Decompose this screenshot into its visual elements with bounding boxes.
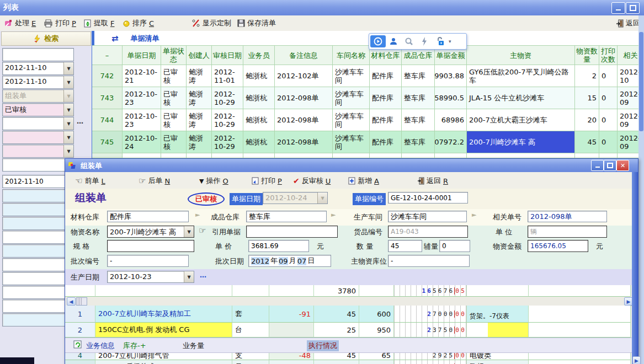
cell-creator[interactable]: 鲍浙涛 [187, 65, 212, 87]
col-header[interactable]: 业务员 [243, 45, 275, 65]
action-button[interactable]: ▼操作O [199, 176, 228, 186]
cell-workshop[interactable]: 沙滩车车间 [333, 109, 370, 131]
cell-date[interactable]: 2012-10-21 [123, 65, 161, 87]
col-header[interactable]: 创建人 [187, 45, 212, 65]
cell-prints[interactable]: 0 [599, 65, 618, 87]
col-header[interactable]: 打印次数 [599, 45, 618, 65]
cell-amount[interactable]: 107972.2 [435, 131, 467, 153]
cell-item-name[interactable]: 910mm后桥总成（110） [95, 360, 232, 364]
chevron-down-icon[interactable]: ▼ [184, 226, 194, 237]
cell-amount[interactable]: 68986 [435, 109, 467, 131]
cell-stock[interactable]: -91 [269, 306, 314, 323]
cell-line-no[interactable]: 2 [65, 323, 95, 338]
dialog-close-button[interactable]: ✕ [616, 160, 629, 171]
date-from-combobox[interactable]: 2012-11-10▼ [2, 62, 74, 75]
pointer-hand-icon[interactable]: ☞ [199, 226, 206, 235]
cell-note[interactable]: 2012-098单 [275, 109, 333, 131]
col-header[interactable]: 车间名称 [333, 45, 370, 65]
window-vscrollbar[interactable] [638, 15, 644, 364]
table-row[interactable]: 7442012-10-23已审核鲍浙涛2012-10-29鲍浙杭2012-098… [92, 109, 644, 131]
cell-qty[interactable]: 45 [575, 131, 599, 153]
add-new-button[interactable]: 新增A [348, 176, 379, 186]
prod-date-value[interactable]: 2012-10-23 [108, 271, 184, 282]
col-header[interactable]: 物资数量 [575, 45, 599, 65]
cell-amount[interactable]: 58990.5 [435, 87, 467, 109]
cell-material-wh[interactable]: 配件库 [370, 131, 402, 153]
refresh-icon[interactable] [73, 340, 82, 350]
cell-material-wh[interactable]: 配件库 [370, 87, 402, 109]
chevron-down-icon[interactable]: ▾ [449, 39, 451, 44]
cell-unit[interactable]: 套 [232, 306, 269, 323]
sidebar-combobox-8[interactable]: ▼ [2, 144, 74, 158]
cell-unit[interactable]: 台 [232, 323, 269, 338]
amount-field[interactable] [528, 240, 588, 252]
arrow-right-icon[interactable]: ► [331, 211, 336, 218]
cell-main-item[interactable]: 200-7立机大霸王沙滩车 [467, 109, 575, 131]
cell-main-item[interactable]: GY6压低款200-7平叉川崎公路车 [467, 65, 575, 87]
cell-status[interactable]: 已审核 [161, 65, 187, 87]
unaudit-button[interactable]: ✔反审核U [293, 176, 331, 186]
material-wh-field[interactable] [107, 211, 189, 222]
chevron-down-icon[interactable]: ▼ [63, 76, 73, 88]
cell-creator[interactable]: 鲍浙涛 [187, 131, 212, 153]
flash-button[interactable] [417, 35, 432, 48]
cell-salesman[interactable]: 鲍浙杭 [243, 109, 275, 131]
sidebar-date-input[interactable] [2, 175, 74, 188]
cell-product-wh[interactable]: 整车库 [402, 87, 435, 109]
cell-note[interactable]: 2012-102单 [275, 65, 333, 87]
cell-workshop[interactable]: 沙滩车车间 [333, 65, 370, 87]
cell-item-name[interactable]: 200-7立机川崎车架及精加工 [95, 306, 232, 323]
grid-row[interactable]: 1 200-7立机川崎车架及精加工 套 -91 45 600 2700000 货… [65, 306, 631, 323]
search-header[interactable]: 检索 [1, 31, 91, 46]
scroll-right-button-2[interactable]: ▶ [632, 356, 641, 364]
batch-month[interactable]: 09 [279, 257, 288, 265]
cell-price[interactable]: 950 [359, 323, 394, 338]
dialog-print-button[interactable]: 打印P [252, 176, 282, 186]
col-header[interactable]: 审核日期 [212, 45, 243, 65]
tab-business-volume[interactable]: 业务量 [183, 341, 204, 351]
sidebar-field-14[interactable] [2, 231, 74, 244]
sidebar-combobox-6-value[interactable] [3, 117, 63, 130]
sidebar-filter-input-9[interactable] [2, 158, 74, 172]
cell-date[interactable]: 2012-10-23 [123, 87, 161, 109]
scroll-thumb[interactable] [76, 297, 87, 306]
sidebar-field-16[interactable] [2, 258, 74, 271]
tab-business-info[interactable]: 业务信息 [86, 341, 115, 351]
cell-unit[interactable]: 只 [232, 360, 269, 364]
cell-audit-date[interactable]: 2012-11-01 [212, 65, 243, 87]
date-to-combobox[interactable]: 2012-11-10▼ [2, 76, 74, 89]
sidebar-filter-input-1[interactable] [2, 48, 74, 61]
sidebar-field-12[interactable] [2, 203, 74, 216]
cell-remark[interactable]: 欧标 [467, 360, 529, 364]
cell-status[interactable]: 已审核 [161, 109, 187, 131]
item-name-combobox[interactable]: 200-7川崎沙滩车 高▼ [107, 226, 194, 238]
status-combobox[interactable]: 已审核▼ [2, 103, 74, 116]
item-location-field[interactable] [388, 255, 470, 267]
cell-item-name[interactable]: 150CC立机电.倒 发动机 CG [95, 323, 232, 338]
col-header[interactable]: 单据日期 [123, 45, 161, 65]
cell-material-wh[interactable]: 配件库 [370, 109, 402, 131]
sidebar-field-18[interactable] [2, 286, 74, 299]
cell-line-no[interactable]: 5 [65, 360, 95, 364]
sidebar-field-20[interactable] [2, 313, 74, 326]
cell-amount-digits[interactable]: 2375000 [394, 323, 467, 338]
cell-main-item[interactable]: JLA-15 公牛立机沙滩车 [467, 87, 575, 109]
cell-status[interactable]: 已审核 [161, 87, 187, 109]
cell-status[interactable]: 已审核 [161, 131, 187, 153]
chevron-down-icon[interactable]: ▼ [63, 117, 73, 130]
table-row[interactable]: 7422012-10-21已审核鲍浙涛2012-11-01鲍浙杭2012-102… [92, 65, 644, 87]
cell-product-wh[interactable]: 整车库 [402, 65, 435, 87]
status-value[interactable]: 已审核 [3, 104, 63, 116]
save-list-button[interactable]: 保存清单 [237, 18, 276, 28]
grid-row[interactable]: 2 150CC立机电.倒 发动机 CG 台 25 950 2375000 [65, 323, 631, 338]
table-row-selected[interactable]: 7452012-10-24已审核鲍浙涛2012-10-29鲍浙杭2012-098… [92, 131, 644, 153]
cell-amount[interactable]: 9903.88 [435, 65, 467, 87]
date-to-value[interactable]: 2012-11-10 [3, 76, 63, 88]
sidebar-combobox-7-value[interactable] [3, 131, 63, 143]
arrow-right-icon[interactable]: ► [195, 211, 200, 218]
maximize-button[interactable] [626, 2, 640, 14]
dialog-vscrollbar[interactable] [632, 172, 638, 364]
cell-line-no[interactable]: 1 [65, 306, 95, 323]
dialog-return-button[interactable]: 返回R [417, 176, 448, 186]
batch-no-field[interactable] [107, 255, 189, 267]
